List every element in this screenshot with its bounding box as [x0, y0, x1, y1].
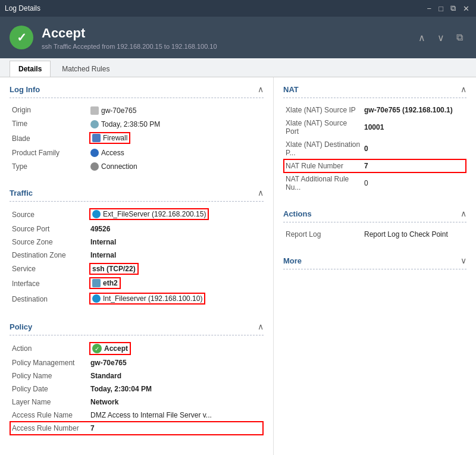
policy-mgmt-label: Policy Management — [11, 357, 88, 369]
header-title: Accept — [42, 26, 217, 41]
source-text: Ext_FileServer (192.168.200.15) — [103, 210, 206, 218]
header-left: ✓ Accept ssh Traffic Accepted from 192.1… — [10, 26, 217, 50]
policy-name-label: Policy Name — [11, 370, 88, 382]
time-value: Today, 2:38:50 PM — [89, 118, 262, 130]
source-port-value: 49526 — [89, 223, 262, 235]
log-info-title: Log Info — [10, 85, 40, 94]
xlate-source-port-value: 10001 — [363, 117, 465, 137]
product-family-value: Access — [89, 147, 262, 159]
log-info-collapse-button[interactable]: ∧ — [258, 84, 264, 94]
tab-details[interactable]: Details — [10, 61, 51, 77]
copy-log-button[interactable]: ⧉ — [453, 31, 466, 45]
access-rule-name-value[interactable]: DMZ Access to Internal File Server v... — [89, 409, 262, 421]
log-info-divider — [10, 98, 264, 98]
blade-label: Blade — [11, 131, 88, 146]
firewall-icon — [92, 134, 101, 142]
nat-additional-value[interactable]: 0 — [363, 173, 465, 193]
policy-divider — [10, 335, 264, 335]
xlate-dest-port-value: 0 — [363, 139, 465, 159]
connection-icon — [90, 162, 99, 171]
policy-collapse-button[interactable]: ∧ — [258, 322, 264, 331]
copy-button[interactable]: ⧉ — [449, 4, 458, 13]
clock-icon — [90, 120, 99, 128]
blade-value: Firewall — [89, 131, 262, 146]
interface-icon — [92, 279, 101, 287]
right-panel: NAT ∧ Xlate (NAT) Source IP gw-70e765 (1… — [274, 77, 476, 455]
traffic-collapse-button[interactable]: ∧ — [258, 188, 264, 197]
policy-table: Action ✓ Accept Policy Management gw-70e… — [10, 340, 264, 435]
actions-collapse-button[interactable]: ∧ — [461, 209, 466, 218]
table-row: Access Rule Name DMZ Access to Internal … — [11, 409, 262, 421]
table-row: Type Connection — [11, 160, 262, 172]
service-label: Service — [11, 262, 88, 275]
nat-additional-label: NAT Additional Rule Nu... — [284, 173, 362, 193]
nat-rule-number-label: NAT Rule Number — [284, 160, 362, 172]
policy-date-label: Policy Date — [11, 383, 88, 395]
actions-divider — [283, 222, 466, 222]
maximize-button[interactable]: □ — [437, 4, 445, 13]
table-row-nat-rule-number: NAT Rule Number 7 — [284, 160, 465, 172]
source-zone-label: Source Zone — [11, 236, 88, 248]
policy-title: Policy — [10, 322, 32, 331]
dest-zone-label: Destination Zone — [11, 249, 88, 261]
table-row: Time Today, 2:38:50 PM — [11, 118, 262, 130]
interface-label: Interface — [11, 277, 88, 291]
destination-text: Int_Fileserver (192.168.100.10) — [103, 294, 202, 303]
window-controls: − □ ⧉ ✕ — [425, 4, 471, 13]
table-row: Xlate (NAT) Destination P... 0 — [284, 139, 465, 159]
main-content: Log Info ∧ Origin gw-70e765 Time — [0, 77, 476, 455]
source-port-label: Source Port — [11, 223, 88, 235]
table-row: Service ssh (TCP/22) — [11, 262, 262, 275]
policy-date-value: Today, 2:30:04 PM — [89, 383, 262, 395]
traffic-section-header: Traffic ∧ — [10, 188, 264, 197]
table-row-access-rule-number: Access Rule Number 7 — [11, 422, 262, 434]
nat-collapse-button[interactable]: ∧ — [461, 84, 466, 94]
nat-rule-number-value: 7 — [363, 160, 465, 172]
xlate-source-port-label: Xlate (NAT) Source Port — [284, 117, 362, 137]
origin-label: Origin — [11, 104, 88, 117]
policy-mgmt-value: gw-70e765 — [89, 357, 262, 369]
server-icon — [90, 106, 99, 115]
title-bar: Log Details − □ ⧉ ✕ — [0, 0, 476, 17]
table-row: Policy Date Today, 2:30:04 PM — [11, 383, 262, 395]
type-label: Type — [11, 160, 88, 172]
left-panel: Log Info ∧ Origin gw-70e765 Time — [0, 77, 274, 455]
table-row: Action ✓ Accept — [11, 341, 262, 356]
access-rule-number-value: 7 — [89, 422, 262, 434]
table-row: Interface eth2 — [11, 277, 262, 291]
nat-section-header: NAT ∧ — [283, 84, 466, 94]
table-row: Xlate (NAT) Source IP gw-70e765 (192.168… — [284, 104, 465, 116]
actions-section-header: Actions ∧ — [283, 209, 466, 218]
table-row: Policy Management gw-70e765 — [11, 357, 262, 369]
action-label: Action — [11, 341, 88, 356]
source-label: Source — [11, 208, 88, 222]
log-info-table: Origin gw-70e765 Time Today, 2:38:50 PM — [10, 103, 264, 174]
xlate-source-ip-label: Xlate (NAT) Source IP — [284, 104, 362, 116]
header-bar: ✓ Accept ssh Traffic Accepted from 192.1… — [0, 17, 476, 58]
more-collapse-button[interactable]: ∨ — [461, 256, 466, 265]
table-row: Blade Firewall — [11, 131, 262, 146]
globe-icon-dest — [92, 294, 101, 303]
interface-value: eth2 — [89, 277, 262, 291]
header-navigation: ∧ ∨ ⧉ — [415, 31, 466, 45]
action-value: ✓ Accept — [89, 341, 262, 356]
report-log-label: Report Log — [284, 228, 362, 240]
tabs-bar: Details Matched Rules — [0, 58, 476, 77]
table-row: Xlate (NAT) Source Port 10001 — [284, 117, 465, 137]
layer-name-value: Network — [89, 396, 262, 408]
blade-text: Firewall — [103, 134, 127, 142]
close-button[interactable]: ✕ — [461, 4, 471, 13]
report-log-value[interactable]: Report Log to Check Point — [363, 228, 465, 240]
traffic-title: Traffic — [10, 189, 33, 197]
table-row: Source Ext_FileServer (192.168.200.15) — [11, 208, 262, 222]
accept-icon-small: ✓ — [92, 344, 102, 353]
minimize-button[interactable]: − — [425, 4, 434, 13]
nav-down-button[interactable]: ∨ — [434, 31, 448, 45]
nav-up-button[interactable]: ∧ — [415, 31, 429, 45]
interface-text: eth2 — [103, 279, 118, 287]
layer-name-label: Layer Name — [11, 396, 88, 408]
table-row: NAT Additional Rule Nu... 0 — [284, 173, 465, 193]
tab-matched-rules[interactable]: Matched Rules — [53, 61, 118, 77]
destination-value: Int_Fileserver (192.168.100.10) — [89, 292, 262, 306]
globe-icon — [92, 210, 101, 218]
